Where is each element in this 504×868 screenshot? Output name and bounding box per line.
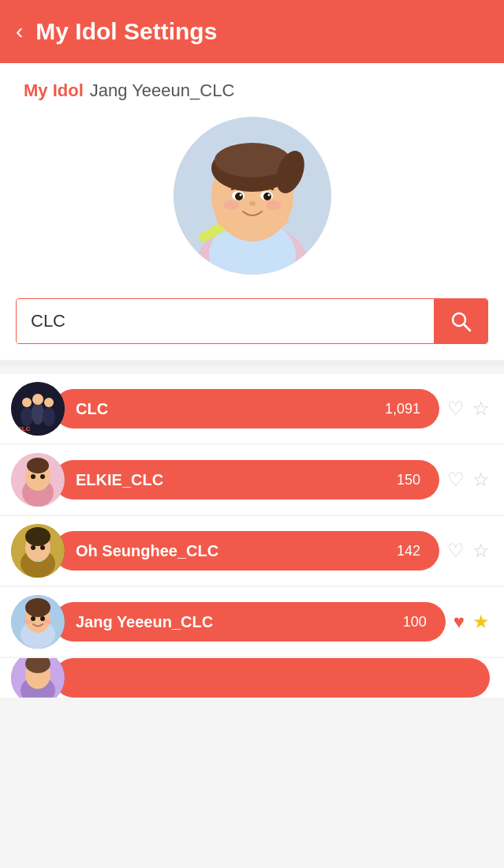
search-icon (450, 310, 472, 332)
svg-point-25 (32, 402, 44, 425)
avatar-section (0, 101, 504, 298)
svg-point-17 (223, 200, 239, 210)
svg-point-43 (33, 559, 43, 562)
list-item: ELKIE_CLC 150 ♡ ☆ (0, 445, 504, 514)
page-title: My Idol Settings (35, 18, 217, 45)
svg-point-15 (267, 194, 270, 196)
item-name: CLC (76, 400, 385, 418)
item-count: 150 (397, 472, 420, 488)
svg-text:CLC: CLC (17, 425, 31, 432)
item-name: Oh Seunghee_CLC (76, 542, 397, 560)
item-badge-elkie: ELKIE_CLC 150 (54, 460, 439, 499)
header: ‹ My Idol Settings (0, 0, 504, 63)
svg-point-26 (43, 407, 55, 426)
list-item: Oh Seunghee_CLC 142 ♡ ☆ (0, 516, 504, 586)
item-badge-clc: CLC 1,091 (54, 389, 439, 428)
list-item (0, 658, 504, 698)
item-avatar-yeeeun (11, 595, 65, 649)
item-avatar-seunghee (11, 524, 65, 578)
item-name: Jang Yeeeun_CLC (76, 613, 403, 631)
my-idol-section: My Idol Jang Yeeeun_CLC (0, 63, 504, 101)
item-star-button[interactable]: ☆ (472, 469, 490, 491)
svg-point-16 (249, 201, 256, 206)
svg-point-13 (263, 193, 271, 200)
svg-point-41 (31, 545, 35, 550)
item-count: 1,091 (385, 401, 420, 417)
avatar-5th-image (11, 658, 65, 698)
svg-point-35 (31, 474, 35, 479)
item-star-button[interactable]: ☆ (472, 540, 490, 562)
svg-point-14 (239, 194, 241, 196)
item-star-button[interactable]: ☆ (472, 398, 490, 420)
item-name: ELKIE_CLC (76, 471, 397, 489)
item-count: 142 (397, 543, 420, 559)
svg-point-28 (32, 394, 43, 405)
item-heart-button[interactable]: ♡ (447, 398, 465, 420)
svg-point-50 (24, 619, 32, 624)
avatar (174, 117, 331, 275)
search-bar (16, 298, 488, 344)
list-item: Jang Yeeeun_CLC 100 ♥ ★ (0, 587, 504, 657)
svg-point-51 (43, 619, 51, 624)
search-section (0, 298, 504, 360)
svg-point-36 (40, 474, 45, 479)
item-star-button[interactable]: ★ (472, 611, 490, 633)
list-section: CLC CLC 1,091 ♡ ☆ ELKIE_CLC 150 (0, 366, 504, 707)
list-item: CLC CLC 1,091 ♡ ☆ (0, 374, 504, 443)
item-count: 100 (403, 614, 427, 630)
search-input[interactable] (17, 299, 434, 343)
item-avatar-elkie (11, 453, 65, 507)
svg-point-49 (40, 616, 45, 621)
my-idol-name: Jang Yeeeun_CLC (90, 80, 235, 101)
item-heart-button[interactable]: ♥ (454, 611, 465, 633)
svg-point-27 (22, 398, 32, 407)
avatar-seunghee-image (11, 524, 65, 578)
item-badge-5th (54, 658, 490, 698)
svg-point-47 (25, 598, 50, 617)
avatar-yeeeun-image (11, 595, 65, 649)
item-avatar-clc: CLC (11, 382, 65, 436)
svg-point-29 (44, 398, 54, 407)
search-button[interactable] (434, 299, 487, 343)
back-button[interactable]: ‹ (16, 21, 23, 43)
my-idol-label: My Idol (24, 80, 84, 101)
svg-point-34 (27, 458, 49, 473)
svg-point-12 (235, 193, 243, 200)
item-badge-seunghee: Oh Seunghee_CLC 142 (54, 531, 439, 571)
item-heart-button[interactable]: ♡ (447, 469, 465, 491)
svg-line-22 (464, 324, 470, 331)
svg-point-48 (31, 616, 35, 621)
avatar-image (174, 117, 331, 275)
avatar-clc-image: CLC (11, 382, 65, 436)
svg-point-18 (266, 200, 282, 210)
avatar-elkie-image (11, 453, 65, 507)
svg-point-24 (21, 407, 33, 426)
svg-point-42 (40, 545, 45, 550)
item-heart-button[interactable]: ♡ (447, 540, 465, 562)
item-badge-yeeeun: Jang Yeeeun_CLC 100 (54, 602, 446, 642)
item-avatar-5th (11, 658, 65, 698)
svg-point-40 (25, 527, 50, 546)
divider (0, 360, 504, 366)
